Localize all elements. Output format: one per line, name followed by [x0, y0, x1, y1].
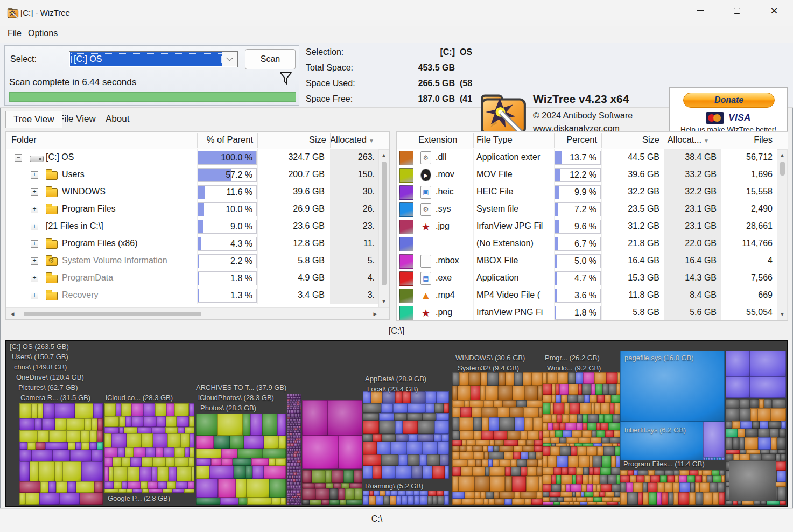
- extension-name[interactable]: .mbox: [436, 256, 459, 265]
- treemap-region-magenta-large[interactable]: [302, 400, 362, 469]
- table-row[interactable]: +Users57.2 %200.7 GB150.: [6, 166, 389, 184]
- scan-button[interactable]: Scan: [245, 49, 296, 69]
- table-row[interactable]: +WINDOWS11.6 %39.6 GB30.: [6, 184, 389, 201]
- col-file-type[interactable]: File Type: [476, 135, 513, 145]
- scrollbar-thumb[interactable]: [780, 162, 785, 176]
- folder-name[interactable]: Program Files: [62, 204, 116, 214]
- percent-bar-fill: [198, 255, 199, 268]
- expand-toggle-icon[interactable]: +: [31, 223, 38, 230]
- treemap-region-camera-roll[interactable]: [19, 403, 103, 505]
- drive-select[interactable]: [C:] OS: [69, 51, 238, 67]
- table-row[interactable]: +[21 Files in C:\]9.0 %23.6 GB23.: [6, 218, 389, 235]
- scrollbar-thumb[interactable]: [24, 312, 201, 316]
- scroll-up-icon[interactable]: ▲: [777, 152, 787, 158]
- treemap-region-gray-large[interactable]: [729, 460, 776, 501]
- col-percent[interactable]: Percent: [554, 135, 597, 145]
- table-row[interactable]: −[C:] OS100.0 %324.7 GB263.: [6, 149, 389, 166]
- table-row[interactable]: ▶.movMOV File12.2 %39.6 GB33.2 GB1,696: [397, 166, 788, 184]
- drive-select-dropdown-button[interactable]: [222, 52, 237, 66]
- extension-table-vscrollbar[interactable]: ▲ ▼: [777, 149, 788, 320]
- expand-toggle-icon[interactable]: +: [31, 206, 38, 213]
- table-row[interactable]: ⚙.dllApplication exter13.7 %44.5 GB38.4 …: [397, 149, 788, 166]
- treemap-region-mixed-bottom[interactable]: [302, 470, 362, 505]
- treemap-region-windows-system32[interactable]: [452, 372, 543, 505]
- folder-name[interactable]: WINDOWS: [62, 187, 106, 197]
- folder-name[interactable]: [21 Files in C:\]: [46, 221, 103, 231]
- menu-options[interactable]: Options: [28, 29, 58, 38]
- table-row[interactable]: +ProgramData1.8 %4.9 GB4.: [6, 270, 389, 287]
- menu-file[interactable]: File: [8, 29, 22, 38]
- extension-name[interactable]: .jpg: [436, 221, 450, 231]
- col-folder[interactable]: Folder: [11, 135, 37, 145]
- col-ext-allocated[interactable]: Allocat...▼: [664, 135, 709, 145]
- folder-table-vscrollbar[interactable]: ▲ ▼: [378, 149, 389, 307]
- extension-name[interactable]: .exe: [436, 273, 452, 283]
- table-row[interactable]: .mboxMBOX File5.0 %16.4 GB16.4 GB4: [397, 253, 788, 270]
- expand-toggle-icon[interactable]: +: [31, 275, 38, 282]
- scroll-up-icon[interactable]: ▲: [379, 152, 389, 158]
- folder-name[interactable]: [C:] OS: [46, 152, 74, 162]
- col-percent-of-parent[interactable]: % of Parent: [197, 135, 253, 145]
- table-row[interactable]: (No Extension)6.7 %21.8 GB22.0 GB114,766: [397, 235, 788, 253]
- extension-name[interactable]: .sys: [436, 204, 451, 214]
- table-row[interactable]: +⚙System Volume Information2.2 %5.8 GB5.: [6, 253, 389, 270]
- treemap-region-roaming[interactable]: [363, 491, 449, 505]
- tab-tree-view[interactable]: Tree View: [5, 111, 62, 128]
- scroll-down-icon[interactable]: ▼: [777, 312, 787, 317]
- scroll-down-icon[interactable]: ▼: [379, 299, 389, 304]
- treemap-region-appdata-local[interactable]: [363, 391, 449, 479]
- donate-button[interactable]: Donate: [683, 93, 775, 108]
- col-extension[interactable]: Extension: [418, 135, 457, 145]
- table-row[interactable]: ▤.exeApplication4.7 %15.3 GB14.3 GB7,566: [397, 270, 788, 287]
- maximize-button[interactable]: [725, 0, 749, 22]
- percent-value: 5.0 %: [574, 256, 596, 266]
- table-row[interactable]: +Program Files (x86)4.3 %12.8 GB11.: [6, 235, 389, 253]
- scrollbar-thumb[interactable]: [382, 162, 387, 285]
- folder-name[interactable]: Recovery: [62, 290, 99, 300]
- folder-name[interactable]: ProgramData: [62, 273, 113, 283]
- table-row[interactable]: ★.pngIrfanView PNG Fi1.8 %5.8 GB5.6 GB55…: [397, 304, 788, 320]
- scroll-right-icon[interactable]: ▶: [373, 311, 378, 317]
- col-allocated[interactable]: Allocated▼: [330, 135, 367, 145]
- extension-name[interactable]: .png: [436, 307, 452, 317]
- table-row[interactable]: ★.jpgIrfanView JPG Fil9.6 %31.2 GB23.1 G…: [397, 218, 788, 235]
- treemap-region-photos[interactable]: [196, 414, 286, 505]
- extension-name[interactable]: .heic: [436, 187, 454, 197]
- minimize-button[interactable]: [688, 0, 713, 22]
- extension-name[interactable]: .dll: [436, 152, 446, 162]
- col-size[interactable]: Size: [257, 135, 326, 145]
- treemap[interactable]: [C:] OS (263.5 GB)Users\ (150.7 GB)chris…: [5, 340, 788, 507]
- treemap-region-violet-large[interactable]: [726, 351, 786, 398]
- expand-toggle-icon[interactable]: +: [31, 171, 38, 179]
- scroll-left-icon[interactable]: ◀: [10, 311, 15, 317]
- treemap-region-blue-sliver[interactable]: [703, 457, 725, 460]
- folder-name[interactable]: Program Files (x86): [62, 239, 137, 248]
- expand-toggle-icon[interactable]: +: [31, 257, 38, 265]
- col-files[interactable]: Files: [721, 135, 773, 145]
- extension-name[interactable]: .mp4: [436, 290, 455, 300]
- expand-toggle-icon[interactable]: +: [31, 240, 38, 248]
- treemap-region-icloud-photos[interactable]: [104, 403, 194, 493]
- table-row[interactable]: ▲.mp4MP4 Video File (3.6 %11.8 GB8.4 GB6…: [397, 287, 788, 304]
- col-ext-size[interactable]: Size: [601, 135, 659, 145]
- expand-toggle-icon[interactable]: +: [31, 188, 38, 196]
- folder-table-hscrollbar[interactable]: ◀ ▶: [6, 307, 389, 319]
- mov-file-icon: ▶: [420, 169, 431, 181]
- extension-name[interactable]: .mov: [436, 170, 454, 179]
- treemap-region-program-files[interactable]: [620, 470, 725, 505]
- expand-toggle-icon[interactable]: +: [31, 292, 38, 299]
- tab-about[interactable]: About: [98, 111, 137, 128]
- treemap-region-purple-noise[interactable]: [287, 394, 301, 505]
- folder-name[interactable]: System Volume Information: [62, 256, 167, 265]
- table-row[interactable]: ▣.heicHEIC File9.9 %32.2 GB32.2 GB15,558: [397, 184, 788, 201]
- filter-icon[interactable]: [279, 72, 292, 86]
- table-row[interactable]: +Program Files10.0 %26.9 GB26.: [6, 201, 389, 218]
- table-row[interactable]: +Recovery1.3 %3.4 GB3.: [6, 287, 389, 304]
- treemap-region-violet-small[interactable]: [703, 422, 725, 457]
- folder-name[interactable]: Users: [62, 170, 85, 179]
- expand-toggle-icon[interactable]: −: [15, 154, 22, 162]
- treemap-region-program-region[interactable]: [543, 372, 620, 505]
- info-row: Space Free:187.0 GB(41: [303, 94, 474, 107]
- close-button[interactable]: ×: [762, 0, 787, 22]
- table-row[interactable]: ⚙.sysSystem file7.2 %23.5 GB23.1 GB2,490: [397, 201, 788, 218]
